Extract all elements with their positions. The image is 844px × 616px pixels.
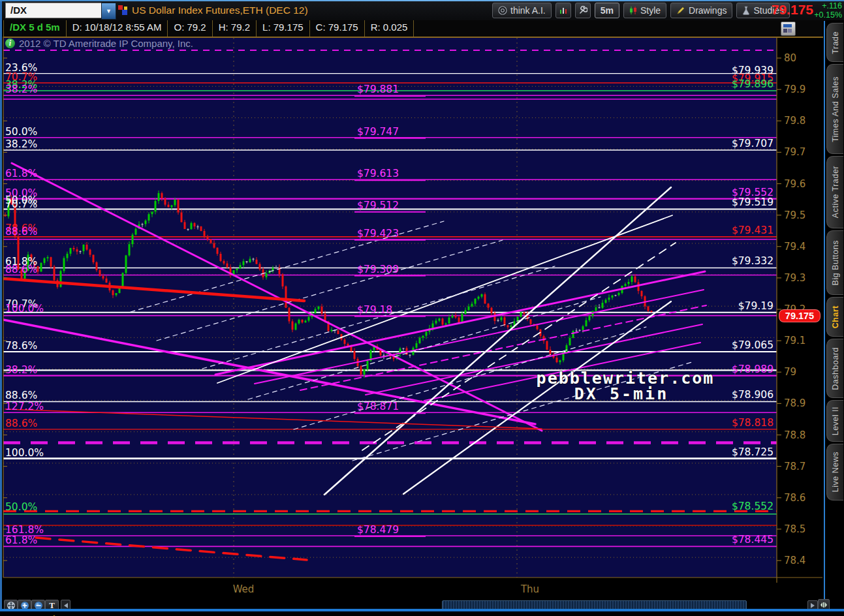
close-value: C: 79.175 bbox=[310, 20, 365, 37]
sidebar-tab-label: Trade bbox=[831, 31, 840, 54]
svg-text:79.9: 79.9 bbox=[784, 84, 805, 95]
svg-text:127.2%: 127.2% bbox=[5, 401, 44, 412]
svg-text:88.6%: 88.6% bbox=[5, 390, 37, 401]
svg-text:$79.19: $79.19 bbox=[738, 300, 774, 312]
symbol-dropdown-button[interactable]: ▼ bbox=[101, 3, 116, 20]
window-left-border bbox=[0, 1, 2, 609]
svg-text:$79.707: $79.707 bbox=[732, 138, 774, 149]
copyright-text: 2012 © TD Ameritrade IP Company, Inc. bbox=[19, 38, 193, 49]
sidebar-tab-label: Big Buttons bbox=[831, 240, 840, 285]
svg-text:$79.309: $79.309 bbox=[357, 264, 399, 275]
svg-text:50.0%: 50.0% bbox=[5, 501, 37, 513]
svg-text:78.5: 78.5 bbox=[784, 523, 805, 535]
svg-text:$78.818: $78.818 bbox=[732, 417, 774, 429]
svg-text:$79.896: $79.896 bbox=[732, 78, 774, 90]
window-top-border bbox=[0, 0, 844, 1]
svg-text:$79.423: $79.423 bbox=[357, 228, 399, 239]
expand-horizontal-icon bbox=[820, 602, 828, 608]
svg-text:38.2%: 38.2% bbox=[5, 84, 37, 95]
open-value: O: 79.2 bbox=[168, 20, 212, 37]
date-value: D: 10/18/12 8:55 AM bbox=[67, 20, 168, 37]
chart-link-icon[interactable] bbox=[118, 5, 129, 16]
svg-text:$79.431: $79.431 bbox=[732, 224, 774, 236]
current-price-tag: 79.175 bbox=[779, 309, 821, 322]
svg-text:88.6%: 88.6% bbox=[5, 418, 37, 429]
svg-text:78.4: 78.4 bbox=[784, 555, 805, 566]
svg-text:70.7%: 70.7% bbox=[5, 198, 37, 210]
pattern-icon bbox=[559, 6, 568, 15]
svg-text:161.8%: 161.8% bbox=[5, 524, 44, 536]
svg-text:$79.519: $79.519 bbox=[732, 196, 774, 208]
think-ai-icon bbox=[498, 6, 507, 15]
svg-text:$78.871: $78.871 bbox=[357, 401, 399, 412]
sidebar-tab-label: Live News bbox=[831, 452, 840, 492]
svg-text:Wed: Wed bbox=[233, 583, 255, 595]
svg-text:79.7: 79.7 bbox=[784, 146, 805, 158]
svg-text:100.0%: 100.0% bbox=[5, 303, 44, 315]
high-value: H: 79.2 bbox=[213, 20, 257, 37]
sidebar-tab-active-trader[interactable]: Active Trader bbox=[826, 156, 843, 228]
pattern-tool-button[interactable] bbox=[555, 3, 571, 18]
svg-text:$79.613: $79.613 bbox=[357, 168, 399, 179]
svg-text:79.4: 79.4 bbox=[784, 241, 805, 253]
svg-text:80: 80 bbox=[784, 52, 796, 64]
ohlc-bar: /DX 5 d 5m D: 10/18/12 8:55 AM O: 79.2 H… bbox=[3, 20, 823, 38]
detach-panel-button[interactable] bbox=[781, 22, 796, 36]
sidebar-tab-label: Chart bbox=[831, 305, 840, 328]
svg-text:$78.725: $78.725 bbox=[732, 446, 774, 458]
tools-button[interactable] bbox=[575, 3, 591, 18]
svg-text:78.9: 78.9 bbox=[784, 397, 805, 409]
think-ai-button[interactable]: think A.I. bbox=[492, 3, 552, 18]
svg-text:88.6%: 88.6% bbox=[5, 226, 37, 238]
sidebar-divider bbox=[824, 21, 825, 609]
chart-svg: 23.6%70.7%38.2%38.2%50.0%38.2%61.8%50.0%… bbox=[0, 0, 844, 616]
svg-text:78.8: 78.8 bbox=[784, 429, 805, 441]
svg-text:100.0%: 100.0% bbox=[5, 447, 44, 459]
symbol-input[interactable]: /DX bbox=[5, 3, 106, 18]
drawings-label: Drawings bbox=[689, 5, 727, 16]
pencil-icon bbox=[676, 6, 685, 15]
sidebar-tab-trade[interactable]: Trade bbox=[826, 23, 843, 62]
interval-label: 5m bbox=[601, 5, 614, 16]
sidebar-tab-live-news[interactable]: Live News bbox=[826, 444, 843, 501]
last-price: 79.175 bbox=[761, 2, 813, 18]
svg-text:79.5: 79.5 bbox=[784, 209, 805, 221]
svg-text:$78.552: $78.552 bbox=[732, 501, 774, 512]
svg-text:78.6: 78.6 bbox=[784, 492, 805, 504]
svg-text:$78.906: $78.906 bbox=[732, 389, 774, 401]
sidebar-tab-label: Dashboard bbox=[831, 347, 840, 390]
flask-icon bbox=[742, 6, 750, 15]
svg-text:78.6%: 78.6% bbox=[5, 340, 37, 352]
svg-text:$79.512: $79.512 bbox=[357, 200, 399, 211]
svg-text:38.2%: 38.2% bbox=[5, 364, 37, 376]
candlestick-style-icon bbox=[629, 6, 637, 15]
copyright-note: i 2012 © TD Ameritrade IP Company, Inc. bbox=[5, 38, 193, 49]
svg-text:$79.18: $79.18 bbox=[357, 304, 392, 316]
style-button[interactable]: Style bbox=[623, 3, 666, 18]
collapse-chevron-icon[interactable] bbox=[46, 611, 63, 616]
sidebar-tab-label: Times And Sales bbox=[831, 76, 840, 142]
svg-text:$79.332: $79.332 bbox=[732, 255, 774, 267]
svg-text:DX 5-min: DX 5-min bbox=[574, 384, 668, 403]
svg-text:78.7: 78.7 bbox=[784, 461, 805, 472]
sidebar-tab-level-ii[interactable]: Level II bbox=[826, 400, 843, 442]
svg-text:79.1: 79.1 bbox=[784, 335, 805, 346]
instrument-title: US Dollar Index Futures,ETH (DEC 12) bbox=[132, 5, 308, 16]
wrench-icon bbox=[578, 6, 587, 15]
thinkorswim-window: 23.6%70.7%38.2%38.2%50.0%38.2%61.8%50.0%… bbox=[0, 0, 844, 616]
info-icon[interactable]: i bbox=[5, 38, 15, 48]
range-value: R: 0.025 bbox=[365, 20, 414, 37]
svg-text:79: 79 bbox=[784, 366, 796, 378]
svg-text:$78.989: $78.989 bbox=[732, 363, 774, 375]
svg-text:50.0%: 50.0% bbox=[5, 126, 37, 138]
sidebar-tab-times-and-sales[interactable]: Times And Sales bbox=[826, 64, 843, 154]
svg-text:61.8%: 61.8% bbox=[5, 534, 37, 546]
svg-text:79.3: 79.3 bbox=[784, 272, 805, 284]
chart-canvas[interactable]: 23.6%70.7%38.2%38.2%50.0%38.2%61.8%50.0%… bbox=[0, 0, 844, 616]
sidebar-tab-dashboard[interactable]: Dashboard bbox=[826, 339, 843, 398]
left-arrow-icon bbox=[63, 602, 69, 609]
interval-button[interactable]: 5m bbox=[595, 3, 619, 18]
sidebar-tab-big-buttons[interactable]: Big Buttons bbox=[826, 230, 843, 295]
drawings-button[interactable]: Drawings bbox=[670, 3, 732, 18]
sidebar-tab-chart[interactable]: Chart bbox=[826, 297, 843, 337]
